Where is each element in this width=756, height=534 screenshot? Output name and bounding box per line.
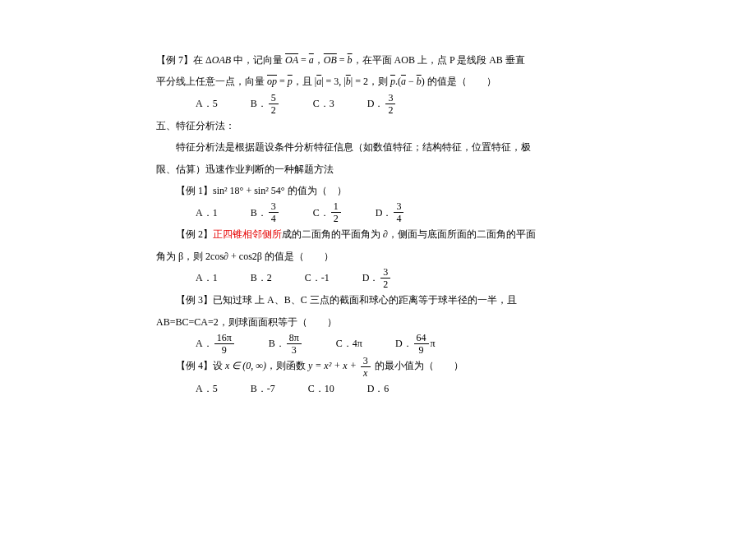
text: ，在平面 AOB 上，点 P 是线段 AB 垂直 xyxy=(353,54,525,66)
option-c: C．3 xyxy=(313,93,334,114)
text: = xyxy=(277,76,288,87)
text: .( xyxy=(395,76,401,87)
text: OAB xyxy=(212,54,231,66)
text: | = 3, | xyxy=(321,76,346,87)
text: = xyxy=(337,54,348,66)
text: 的最小值为（ ） xyxy=(372,360,463,371)
section-5-desc1: 特征分析法是根据题设条件分析特征信息（如数值特征；结构特征，位置特征，极 xyxy=(156,136,583,158)
text: ，且 | xyxy=(293,76,316,87)
text: 平分线上任意一点，向量 xyxy=(156,76,267,87)
fraction-icon: 8π3 xyxy=(287,333,302,355)
text: = xyxy=(298,54,309,66)
text: | = 2，则 xyxy=(351,76,390,87)
text: 【例 2】 xyxy=(156,228,213,240)
problem-2-line2: 角为 β，则 2cos∂ + cos2β 的值是（ ） xyxy=(156,246,583,267)
fraction-icon: 34 xyxy=(269,201,279,223)
option-c: C．12 xyxy=(313,201,343,223)
option-b: B．34 xyxy=(251,201,280,223)
problem-1: 【例 1】sin² 18° + sin² 54° 的值为（ ） xyxy=(156,180,583,201)
problem-3-line1: 【例 3】已知过球 上 A、B、C 三点的截面和球心的距离等于球半径的一半，且 xyxy=(156,289,583,311)
option-a: A．1 xyxy=(196,267,218,288)
text-red: 正四锥相邻侧所 xyxy=(213,228,282,240)
option-d: D．34 xyxy=(376,201,406,223)
problem-1-options: A．1 B．34 C．12 D．34 xyxy=(156,201,583,223)
option-a: A．16π9 xyxy=(196,333,236,355)
text: ) 的值是（ ） xyxy=(422,76,496,87)
option-c: C．10 xyxy=(308,378,334,399)
vec-ob: OB xyxy=(324,54,337,66)
problem-2-options: A．1 B．2 C．-1 D．32 xyxy=(156,267,583,289)
text: 的值为（ ） xyxy=(288,185,347,196)
text: 中，记向量 xyxy=(231,54,285,66)
fraction-icon: 649 xyxy=(414,333,429,355)
text: ，则函数 xyxy=(266,360,308,371)
option-b: B．52 xyxy=(251,93,280,115)
option-a: A．1 xyxy=(196,202,218,223)
section-5-title: 五、特征分析法： xyxy=(156,115,583,136)
fraction-icon: 16π9 xyxy=(214,333,234,355)
text: 【例 4】设 xyxy=(156,360,225,371)
problem-3-line2: AB=BC=CA=2，则球面面积等于（ ） xyxy=(156,311,583,333)
option-a: A．5 xyxy=(196,93,218,114)
text: − xyxy=(406,76,417,87)
text: 【例 7】在 Δ xyxy=(156,54,212,66)
problem-4-options: A．5 B．-7 C．10 D．6 xyxy=(156,378,583,399)
problem-3-options: A．16π9 B．8π3 C．4π D．649π xyxy=(156,333,583,355)
problem-7-options: A．5 B．52 C．3 D．32 xyxy=(156,93,583,115)
math-expr: x ∈ (0, ∞) xyxy=(225,360,266,371)
option-d: D．32 xyxy=(362,267,393,289)
problem-7-line2: 平分线上任意一点，向量 op = p，且 |a| = 3, |b| = 2，则 … xyxy=(156,71,583,92)
text: 【例 1】 xyxy=(156,185,213,196)
document-content: 【例 7】在 ΔOAB 中，记向量 OA = a，OB = b，在平面 AOB … xyxy=(156,49,583,399)
problem-7-line1: 【例 7】在 ΔOAB 中，记向量 OA = a，OB = b，在平面 AOB … xyxy=(156,49,583,71)
math-expr: sin² 18° + sin² 54° xyxy=(213,185,288,196)
fraction-icon: 52 xyxy=(269,93,279,115)
option-d: D．649π xyxy=(395,333,436,355)
option-b: B．8π3 xyxy=(269,333,303,355)
option-b: B．-7 xyxy=(251,378,275,399)
fraction-icon: 32 xyxy=(380,267,390,289)
option-d: D．6 xyxy=(367,378,390,399)
text: 成的二面角的平面角为 ∂，侧面与底面所面的二面角的平面 xyxy=(282,228,536,240)
fraction-icon: 34 xyxy=(394,201,403,223)
fraction-icon: 32 xyxy=(385,93,395,115)
option-c: C．4π xyxy=(336,333,362,354)
option-d: D．32 xyxy=(367,93,398,115)
option-b: B．2 xyxy=(251,267,272,288)
fraction-icon: 12 xyxy=(331,201,341,223)
option-c: C．-1 xyxy=(305,267,330,288)
vec-oa: OA xyxy=(285,54,298,66)
option-a: A．5 xyxy=(196,378,218,399)
section-5-desc2: 限、估算）迅速作业判断的一种解题方法 xyxy=(156,159,583,180)
fraction-icon: 3x xyxy=(361,356,371,378)
vec-op: op xyxy=(267,76,277,87)
text: ， xyxy=(314,54,324,66)
problem-2-line1: 【例 2】正四锥相邻侧所成的二面角的平面角为 ∂，侧面与底面所面的二面角的平面 xyxy=(156,223,583,245)
math-expr: y = x² + x + xyxy=(308,360,359,371)
problem-4: 【例 4】设 x ∈ (0, ∞)，则函数 y = x² + x + 3x 的最… xyxy=(156,355,583,378)
